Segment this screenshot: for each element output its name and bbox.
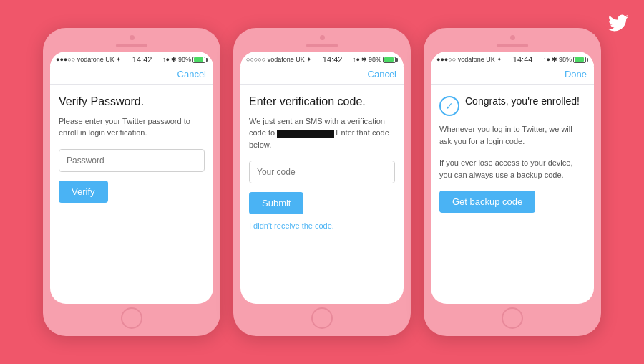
- phone-screen-1: ●●●○○ vodafone UK ✦ 14:42 ↑● ✱ 98% Cance…: [50, 52, 213, 304]
- phones-container: ●●●○○ vodafone UK ✦ 14:42 ↑● ✱ 98% Cance…: [43, 28, 601, 336]
- phone-home-2: [311, 307, 333, 329]
- phone-speaker-2: [306, 44, 338, 47]
- status-time-1: 14:42: [132, 55, 152, 64]
- status-icons-1: ↑● ✱ 98%: [162, 56, 208, 63]
- password-input[interactable]: [59, 149, 205, 172]
- phone-content-2: Enter verification code. We just sent an…: [240, 85, 404, 304]
- phone-3: ●●●○○ vodafone UK ✦ 14:44 ↑● ✱ 98% Done …: [424, 28, 601, 336]
- phone-content-3: ✓ Congrats, you're enrolled! Whenever yo…: [431, 85, 594, 304]
- phone-camera-2: [320, 35, 325, 40]
- status-bar-3: ●●●○○ vodafone UK ✦ 14:44 ↑● ✱ 98%: [431, 52, 594, 66]
- get-backup-code-button[interactable]: Get backup code: [439, 191, 535, 213]
- phone-home-1: [121, 307, 142, 329]
- redacted-number: [277, 130, 334, 138]
- status-carrier-3: ●●●○○ vodafone UK ✦: [436, 56, 502, 63]
- phone-screen-2: ○○○○○ vodafone UK ✦ 14:42 ↑● ✱ 98% Cance…: [240, 52, 404, 304]
- twitter-logo: [608, 13, 628, 38]
- phone-1: ●●●○○ vodafone UK ✦ 14:42 ↑● ✱ 98% Cance…: [43, 28, 220, 336]
- status-carrier-2: ○○○○○ vodafone UK ✦: [246, 56, 312, 63]
- status-bar-1: ●●●○○ vodafone UK ✦ 14:42 ↑● ✱ 98%: [50, 52, 213, 66]
- congrats-title: Congrats, you're enrolled!: [465, 95, 580, 109]
- nav-bar-2: Cancel: [240, 66, 404, 85]
- cancel-button-2[interactable]: Cancel: [368, 69, 396, 80]
- phone-speaker-3: [497, 44, 528, 47]
- nav-bar-3: Done: [431, 66, 594, 85]
- phone-home-3: [502, 307, 523, 329]
- screen-subtitle-1: Please enter your Twitter password to en…: [59, 115, 205, 139]
- phone-2: ○○○○○ vodafone UK ✦ 14:42 ↑● ✱ 98% Cance…: [233, 28, 411, 336]
- phone-speaker-1: [116, 44, 147, 47]
- battery-1: [192, 57, 208, 63]
- phone-camera-3: [510, 35, 515, 40]
- verify-button[interactable]: Verify: [59, 181, 108, 203]
- status-carrier-1: ●●●○○ vodafone UK ✦: [56, 56, 122, 63]
- congrats-body-1: Whenever you log in to Twitter, we will …: [439, 123, 585, 147]
- cancel-button-1[interactable]: Cancel: [177, 69, 206, 80]
- code-input[interactable]: [249, 161, 395, 183]
- congrats-body-2: If you ever lose access to your device, …: [439, 157, 585, 181]
- resend-link[interactable]: I didn't receive the code.: [249, 221, 395, 230]
- done-button[interactable]: Done: [565, 69, 587, 80]
- submit-button[interactable]: Submit: [249, 192, 303, 214]
- screen-title-2: Enter verification code.: [249, 95, 395, 110]
- status-time-2: 14:42: [323, 55, 343, 64]
- status-time-3: 14:44: [513, 55, 533, 64]
- check-circle-icon: ✓: [439, 96, 459, 116]
- status-icons-3: ↑● ✱ 98%: [543, 56, 588, 63]
- battery-2: [383, 57, 398, 63]
- phone-screen-3: ●●●○○ vodafone UK ✦ 14:44 ↑● ✱ 98% Done …: [431, 52, 594, 304]
- screen-subtitle-2: We just sent an SMS with a verification …: [249, 115, 395, 151]
- nav-bar-1: Cancel: [50, 66, 213, 85]
- battery-3: [573, 57, 588, 63]
- status-bar-2: ○○○○○ vodafone UK ✦ 14:42 ↑● ✱ 98%: [240, 52, 404, 66]
- status-icons-2: ↑● ✱ 98%: [353, 56, 398, 63]
- congrats-header: ✓ Congrats, you're enrolled!: [439, 95, 585, 116]
- screen-title-1: Verify Password.: [59, 95, 205, 110]
- phone-camera-1: [130, 35, 135, 40]
- phone-content-1: Verify Password. Please enter your Twitt…: [50, 85, 213, 304]
